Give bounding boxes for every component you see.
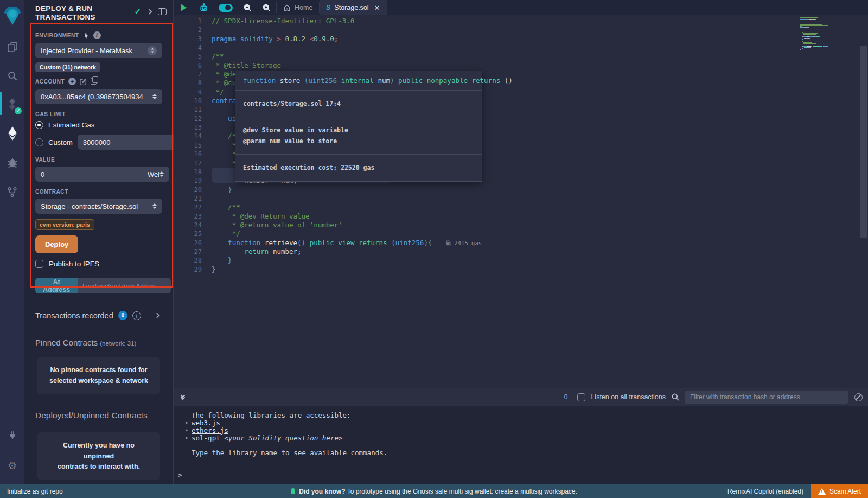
tooltip-location: contracts/Storage.sol 17:4	[243, 98, 474, 109]
code-line[interactable]: 20 }	[174, 186, 868, 194]
code-line[interactable]: 4	[174, 43, 868, 52]
code-line[interactable]: 21	[174, 194, 868, 203]
line-number: 22	[174, 203, 212, 212]
lightbulb-icon	[291, 488, 295, 494]
code-line[interactable]: 26 function retrieve() public view retur…	[174, 239, 868, 247]
code-line[interactable]: 24 * @return value of 'number'	[174, 221, 868, 229]
remix-ide-app: ✓	[0, 0, 868, 498]
line-number: 20	[174, 186, 212, 194]
search-icon[interactable]	[0, 65, 24, 87]
at-address-input[interactable]	[78, 278, 171, 293]
line-number: 23	[174, 212, 212, 221]
editor-scrollbar[interactable]	[860, 46, 867, 238]
solidity-compiler-icon[interactable]: ✓	[0, 93, 24, 116]
code-editor[interactable]: 1// SPDX-License-Identifier: GPL-3.023pr…	[174, 15, 868, 388]
environment-select[interactable]: Injected Provider - MetaMask	[35, 43, 162, 58]
line-number: 6	[174, 61, 212, 70]
account-select[interactable]: 0xA03...85ac4 (0.398673504934	[35, 89, 162, 104]
estimated-gas-option[interactable]: Estimated Gas	[35, 121, 162, 129]
copilot-toggle[interactable]	[214, 0, 238, 15]
custom-gas-option[interactable]: Custom	[35, 135, 162, 150]
line-number: 24	[174, 221, 212, 229]
pin-panel-icon[interactable]	[158, 8, 167, 15]
workspace: Home S Storage.sol ✕ 1// SPDX-License-Id…	[174, 0, 868, 484]
code-line[interactable]: 6 * @title Storage	[174, 61, 868, 70]
transactions-expand-icon[interactable]	[155, 313, 160, 318]
compile-success-badge: ✓	[15, 107, 22, 114]
line-number: 10	[174, 97, 212, 105]
line-number: 4	[174, 43, 212, 52]
tooltip-gas-cost: Estimated execution cost: 22520 gas	[243, 162, 474, 173]
contract-select[interactable]: Storage - contracts/Storage.sol	[35, 199, 162, 214]
transaction-filter-input[interactable]	[685, 391, 848, 404]
deploy-run-icon[interactable]	[0, 122, 24, 145]
terminal-expand-icon[interactable]	[181, 395, 184, 399]
pinned-contracts-empty: No pinned contracts found forselected wo…	[37, 357, 160, 394]
code-line[interactable]: 27 return number;	[174, 247, 868, 256]
panel-title: DEPLOY & RUN TRANSACTIONS	[35, 4, 117, 22]
code-line[interactable]: 1// SPDX-License-Identifier: GPL-3.0	[174, 17, 868, 25]
unpinned-contracts-heading: Deployed/Unpinned Contracts	[24, 398, 173, 422]
editor-minimap[interactable]	[800, 17, 838, 50]
transactions-info-icon[interactable]: i	[132, 311, 141, 320]
publish-ipfs-option[interactable]: Publish to IPFS	[35, 260, 162, 268]
terminal-toolbar: 0 Listen on all transactions	[174, 388, 868, 406]
code-line[interactable]: 3pragma solidity >=0.8.2 <0.9.0;	[174, 35, 868, 43]
listen-all-checkbox[interactable]	[577, 393, 585, 401]
line-number: 18	[174, 168, 212, 176]
chevron-updown-icon	[148, 46, 157, 55]
scam-alert-button[interactable]: Scam Alert	[811, 484, 868, 498]
tab-home[interactable]: Home	[277, 0, 319, 15]
code-line[interactable]: 28 }	[174, 256, 868, 265]
close-tab-icon[interactable]: ✕	[374, 4, 380, 12]
ai-copilot-icon[interactable]	[194, 0, 214, 15]
remix-logo-icon[interactable]	[0, 4, 24, 28]
environment-info-icon[interactable]: i	[93, 31, 101, 39]
terminal-library-link-line: •ethers.js	[174, 427, 868, 435]
line-number: 7	[174, 70, 212, 79]
panel-chevron-icon[interactable]	[147, 9, 152, 14]
line-number: 12	[174, 114, 212, 123]
line-number: 15	[174, 141, 212, 150]
radio-unselected-icon[interactable]	[35, 138, 43, 146]
code-line[interactable]: 23 * @dev Return value	[174, 212, 868, 221]
terminal[interactable]: The following libraries are accessible:•…	[174, 406, 868, 484]
value-unit-select[interactable]: Wei	[142, 167, 169, 182]
terminal-prompt[interactable]: >	[178, 471, 182, 479]
settings-gear-icon[interactable]: ⚙	[0, 454, 24, 477]
line-number: 26	[174, 239, 212, 247]
publish-ipfs-checkbox[interactable]	[35, 260, 43, 268]
clear-console-icon[interactable]	[854, 393, 863, 401]
zoom-in-icon[interactable]	[257, 0, 276, 15]
custom-gas-input[interactable]	[78, 135, 184, 150]
code-line[interactable]: 2	[174, 25, 868, 34]
gas-estimate-annotation: 2415 gas	[446, 239, 482, 247]
code-line[interactable]: 5/**	[174, 52, 868, 61]
code-line[interactable]: 29}	[174, 265, 868, 274]
radio-selected-icon[interactable]	[35, 121, 43, 129]
library-link[interactable]: ethers.js	[192, 426, 228, 435]
edit-account-icon[interactable]	[80, 78, 87, 85]
at-address-button[interactable]: At Address	[35, 278, 78, 293]
git-init-label[interactable]: Initialize as git repo	[0, 488, 63, 495]
terminal-search-icon	[671, 393, 680, 401]
library-link[interactable]: web3.js	[192, 419, 220, 427]
value-input[interactable]	[35, 167, 142, 182]
copy-account-icon[interactable]	[91, 78, 97, 85]
file-explorer-icon[interactable]	[0, 36, 24, 59]
plug-icon	[83, 32, 90, 39]
zoom-out-icon[interactable]	[238, 0, 257, 15]
git-fork-icon[interactable]	[0, 181, 24, 203]
code-line[interactable]: 25 */	[174, 229, 868, 238]
deploy-button[interactable]: Deploy	[35, 235, 78, 253]
code-line[interactable]: 22 /**	[174, 203, 868, 212]
add-account-icon[interactable]: +	[68, 78, 76, 85]
debugger-icon[interactable]	[0, 151, 24, 174]
line-number: 14	[174, 132, 212, 141]
plugin-manager-icon[interactable]	[0, 424, 24, 446]
run-script-button[interactable]	[174, 0, 194, 15]
copilot-status-label[interactable]: RemixAI Copilot (enabled)	[727, 488, 803, 495]
terminal-output: The following libraries are accessible:•…	[174, 412, 868, 457]
solidity-file-icon: S	[326, 4, 330, 11]
tab-storage-sol[interactable]: S Storage.sol ✕	[320, 0, 386, 15]
